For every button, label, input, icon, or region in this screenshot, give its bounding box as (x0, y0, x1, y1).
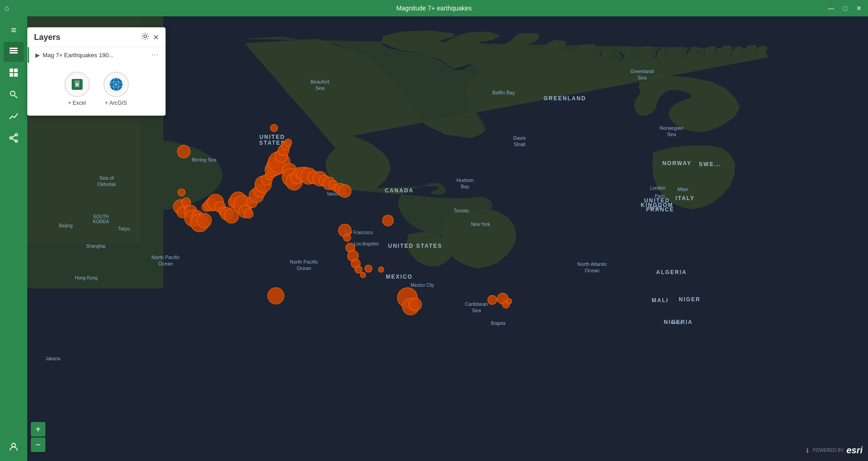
svg-rect-153 (74, 81, 80, 82)
arcgis-icon (103, 72, 129, 97)
svg-text:UNITED: UNITED (260, 134, 285, 140)
svg-text:Tokyo: Tokyo (118, 226, 130, 231)
svg-text:Norwegian: Norwegian (660, 125, 684, 131)
svg-rect-155 (74, 84, 80, 85)
svg-text:KOREA: KOREA (93, 219, 109, 224)
svg-text:Sea of: Sea of (99, 175, 114, 181)
svg-text:Bay: Bay (461, 184, 470, 189)
svg-point-116 (270, 124, 278, 132)
svg-text:Beijing: Beijing (59, 223, 73, 228)
svg-point-150 (144, 35, 147, 38)
chart-icon (9, 112, 19, 123)
add-arcgis-option[interactable]: + ArcGIS (103, 72, 129, 106)
svg-text:Greenland: Greenland (630, 69, 653, 74)
title-bar: ⌂ Magnitude 7+ earthquakes — □ ✕ (0, 0, 868, 16)
table-icon (9, 68, 19, 80)
svg-point-90 (197, 213, 211, 228)
svg-point-115 (284, 139, 292, 146)
svg-text:Sea: Sea (472, 308, 481, 313)
svg-text:Hong Kong: Hong Kong (75, 275, 98, 280)
svg-text:London: London (650, 186, 665, 191)
svg-text:North Pacific: North Pacific (152, 255, 180, 260)
layers-close-icon[interactable]: ✕ (153, 33, 159, 42)
svg-text:GREENLAND: GREENLAND (544, 95, 586, 102)
minimize-button[interactable]: — (825, 4, 837, 13)
svg-text:NORWAY: NORWAY (662, 160, 692, 167)
esri-info-icon[interactable]: ℹ (806, 447, 809, 454)
layers-icon (9, 46, 19, 58)
svg-rect-4 (14, 69, 18, 72)
svg-point-9 (15, 133, 18, 136)
maximize-button[interactable]: □ (841, 4, 850, 13)
hamburger-menu[interactable]: ≡ (4, 20, 24, 40)
svg-point-81 (177, 145, 190, 158)
layers-settings-icon[interactable] (141, 32, 149, 42)
svg-line-13 (12, 135, 15, 137)
svg-point-159 (115, 83, 118, 86)
svg-text:Paris: Paris (655, 194, 665, 199)
search-button[interactable] (4, 85, 24, 105)
svg-rect-5 (10, 73, 13, 77)
svg-text:New York: New York (471, 222, 490, 227)
svg-rect-154 (74, 83, 80, 83)
esri-logo: esri (846, 445, 863, 456)
excel-icon: X (64, 72, 90, 97)
layers-button[interactable] (4, 42, 24, 62)
search-icon (9, 90, 18, 101)
svg-text:Baffin Bay: Baffin Bay (492, 90, 515, 95)
layers-header-icons: ✕ (141, 32, 159, 42)
svg-point-7 (10, 91, 15, 96)
svg-text:Jakarta: Jakarta (45, 356, 60, 361)
zoom-out-button[interactable]: − (31, 437, 45, 452)
window-title: Magnitude 7+ earthquakes (396, 5, 471, 12)
svg-rect-2 (10, 48, 18, 49)
svg-text:Hudson: Hudson (456, 177, 474, 183)
close-button[interactable]: ✕ (853, 4, 864, 13)
svg-text:SWE...: SWE... (699, 161, 721, 167)
sidebar: ≡ (0, 16, 27, 461)
svg-text:Bogota: Bogota (491, 321, 505, 326)
layer-item[interactable]: ▶ Mag 7+ Earthquakes 190... ··· (28, 47, 165, 63)
svg-text:ITALY: ITALY (676, 195, 695, 201)
layers-title: Layers (34, 33, 60, 42)
layer-more[interactable]: ··· (152, 51, 159, 59)
svg-text:Mexico City: Mexico City (411, 283, 434, 288)
svg-text:Sea: Sea (315, 85, 324, 91)
svg-rect-3 (10, 69, 13, 72)
svg-point-149 (506, 299, 512, 304)
svg-point-131 (338, 185, 351, 197)
zoom-in-button[interactable]: + (31, 422, 45, 436)
svg-text:Shanghai: Shanghai (86, 244, 105, 249)
share-button[interactable] (4, 129, 24, 149)
share-icon (9, 133, 18, 145)
svg-text:NIGER: NIGER (679, 296, 701, 303)
svg-text:Sea: Sea (667, 132, 676, 137)
svg-text:Sea: Sea (638, 75, 647, 80)
svg-line-12 (12, 138, 15, 141)
user-button[interactable] (4, 437, 24, 457)
svg-text:MALI: MALI (652, 297, 668, 304)
chart-button[interactable] (4, 107, 24, 127)
svg-text:Ocean: Ocean (585, 268, 599, 273)
svg-point-10 (10, 137, 12, 139)
svg-text:North Atlantic: North Atlantic (577, 261, 607, 267)
svg-rect-1 (10, 50, 18, 51)
svg-point-102 (244, 209, 253, 218)
layer-name: Mag 7+ Earthquakes 190... (43, 52, 152, 59)
table-button[interactable] (4, 64, 24, 83)
svg-point-14 (12, 443, 15, 447)
svg-point-82 (178, 189, 185, 196)
window-controls[interactable]: — □ ✕ (825, 4, 864, 13)
svg-text:SOUTH: SOUTH (93, 214, 109, 219)
svg-text:Bering Sea: Bering Sea (192, 157, 217, 162)
add-arcgis-label: + ArcGIS (105, 100, 127, 106)
svg-point-144 (409, 298, 422, 311)
add-excel-option[interactable]: X + Excel (64, 72, 90, 106)
svg-point-146 (488, 295, 497, 304)
svg-text:Toronto: Toronto (454, 208, 469, 213)
svg-text:Ocean: Ocean (297, 265, 311, 271)
svg-text:Madrid: Madrid (648, 205, 662, 210)
esri-watermark: ℹ POWERED BY esri (806, 445, 863, 456)
svg-text:Los Angeles: Los Angeles (354, 241, 379, 246)
svg-text:Strait: Strait (514, 142, 525, 147)
